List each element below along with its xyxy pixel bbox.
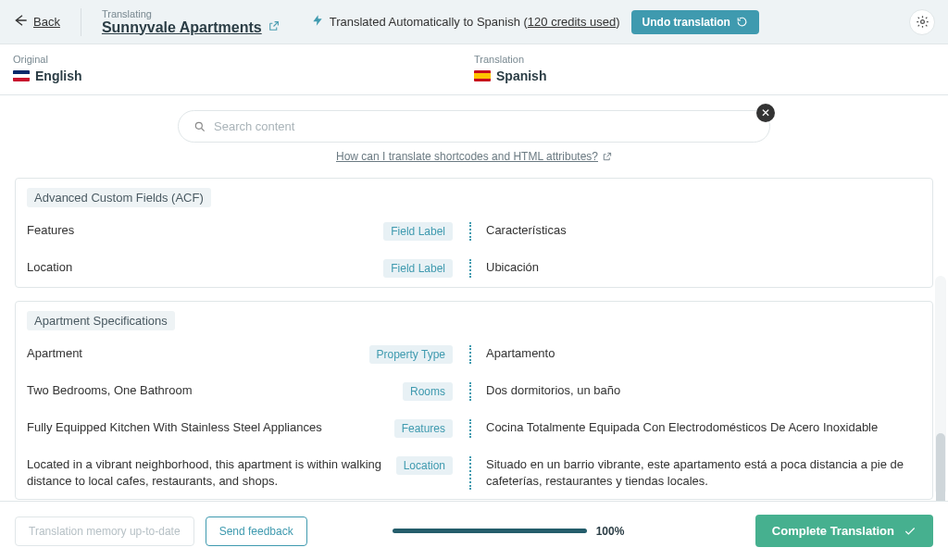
auto-translate-text: Translated Automatically to Spanish (120… [330, 15, 620, 29]
settings-button[interactable] [909, 9, 935, 35]
check-icon [904, 525, 917, 538]
original-text: Location [27, 259, 376, 276]
original-column: ApartmentProperty Type [27, 345, 453, 364]
credits-used-link[interactable]: 120 credits used [528, 15, 616, 29]
progress-wrap: 100% [393, 525, 625, 538]
send-feedback-button[interactable]: Send feedback [206, 516, 307, 546]
field-type-tag: Field Label [383, 259, 453, 278]
original-language-col: Original English [13, 54, 474, 83]
field-type-tag: Location [396, 456, 453, 475]
original-text: Features [27, 222, 376, 239]
external-link-icon[interactable] [268, 20, 280, 35]
original-column: Fully Equipped Kitchen With Stainless St… [27, 419, 453, 438]
translating-label: Translating [102, 8, 280, 19]
original-text: Apartment [27, 345, 362, 362]
language-row: Original English Translation Spanish [0, 44, 948, 95]
progress-bar [393, 529, 587, 533]
spain-flag-icon [474, 70, 491, 81]
original-column: LocationField Label [27, 259, 453, 278]
original-column: Located in a vibrant neighborhood, this … [27, 456, 453, 490]
translation-text[interactable]: Cocina Totalmente Equipada Con Electrodo… [486, 419, 921, 436]
translation-text[interactable]: Dos dormitorios, un baño [486, 382, 921, 399]
post-title-link[interactable]: Sunnyvale Apartments [102, 19, 262, 36]
undo-translation-label: Undo translation [642, 16, 730, 29]
translation-text[interactable]: Características [486, 222, 921, 239]
title-group: Translating Sunnyvale Apartments [102, 8, 280, 36]
divider [81, 8, 81, 36]
original-text: Two Bedrooms, One Bathroom [27, 382, 395, 399]
complete-translation-button[interactable]: Complete Translation [755, 515, 933, 547]
field-type-tag: Rooms [403, 382, 453, 401]
column-divider [469, 382, 471, 401]
column-divider [469, 456, 471, 490]
field-type-tag: Features [394, 419, 453, 438]
translation-memory-button: Translation memory up-to-date [15, 516, 194, 546]
section-card: Advanced Custom Fields (ACF)FeaturesFiel… [15, 178, 933, 288]
column-divider [469, 419, 471, 438]
progress-label: 100% [596, 525, 625, 538]
original-column: FeaturesField Label [27, 222, 453, 241]
translation-label: Translation [474, 54, 935, 65]
field-row[interactable]: Two Bedrooms, One BathroomRoomsDos dormi… [16, 373, 932, 410]
translation-language-col: Translation Spanish [474, 54, 935, 83]
original-text: Fully Equipped Kitchen With Stainless St… [27, 419, 387, 436]
column-divider [469, 222, 471, 241]
search-input[interactable] [214, 119, 755, 133]
bolt-icon [311, 14, 324, 30]
close-icon: ✕ [761, 106, 770, 119]
section-heading: Advanced Custom Fields (ACF) [16, 179, 932, 213]
field-row[interactable]: Located in a vibrant neighborhood, this … [16, 447, 932, 499]
field-type-tag: Property Type [369, 345, 453, 364]
clear-search-button[interactable]: ✕ [756, 104, 775, 122]
section-heading-label: Apartment Specifications [27, 311, 175, 330]
search-box[interactable]: ✕ [178, 110, 770, 143]
svg-point-0 [920, 20, 924, 24]
translation-text[interactable]: Situado en un barrio vibrante, este apar… [486, 456, 921, 490]
main-area: ✕ How can I translate shortcodes and HTM… [0, 95, 948, 501]
uk-flag-icon [13, 70, 30, 81]
undo-translation-button[interactable]: Undo translation [631, 10, 759, 34]
content-scroll[interactable]: Advanced Custom Fields (ACF)FeaturesFiel… [0, 168, 948, 501]
search-area: ✕ How can I translate shortcodes and HTM… [0, 95, 948, 168]
section-heading-label: Advanced Custom Fields (ACF) [27, 188, 211, 207]
field-row[interactable]: LocationField LabelUbicación [16, 250, 932, 287]
svg-point-1 [195, 122, 202, 129]
field-row[interactable]: Fully Equipped Kitchen With Stainless St… [16, 410, 932, 447]
external-link-icon [602, 152, 612, 162]
scrollbar-track[interactable] [935, 276, 946, 495]
original-language-name: English [35, 68, 82, 83]
back-arrow-icon [13, 13, 28, 31]
field-type-tag: Field Label [383, 222, 453, 241]
top-bar: Back Translating Sunnyvale Apartments Tr… [0, 0, 948, 44]
column-divider [469, 259, 471, 278]
translation-text[interactable]: Ubicación [486, 259, 921, 276]
column-divider [469, 345, 471, 364]
search-icon [193, 120, 206, 133]
field-row[interactable]: ApartmentProperty TypeApartamento [16, 336, 932, 373]
translation-text[interactable]: Apartamento [486, 345, 921, 362]
section-card: Apartment SpecificationsApartmentPropert… [15, 301, 933, 500]
translation-language-name: Spanish [496, 68, 546, 83]
original-label: Original [13, 54, 474, 65]
back-label: Back [33, 15, 60, 29]
original-text: Located in a vibrant neighborhood, this … [27, 456, 389, 490]
field-row[interactable]: FeaturesField LabelCaracterísticas [16, 213, 932, 250]
section-heading: Apartment Specifications [16, 302, 932, 336]
scrollbar-thumb[interactable] [936, 433, 945, 501]
help-shortcodes-link[interactable]: How can I translate shortcodes and HTML … [336, 150, 612, 163]
progress-fill [393, 529, 587, 533]
footer: Translation memory up-to-date Send feedb… [0, 501, 948, 560]
original-column: Two Bedrooms, One BathroomRooms [27, 382, 453, 401]
back-button[interactable]: Back [13, 13, 60, 31]
auto-translate-message: Translated Automatically to Spanish (120… [311, 10, 759, 34]
